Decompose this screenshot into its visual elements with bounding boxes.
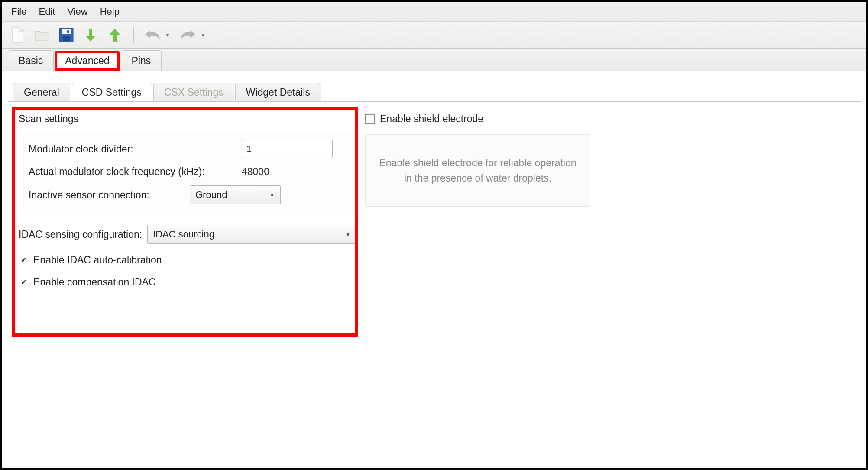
toolbar-new-button[interactable] — [9, 26, 27, 44]
tab-advanced[interactable]: Advanced — [55, 51, 120, 71]
idac-autocal-checkbox[interactable]: ✔ — [19, 256, 28, 265]
scan-settings-heading: Scan settings — [19, 113, 356, 125]
redo-icon — [180, 29, 196, 42]
shield-description-box: Enable shield electrode for reliable ope… — [365, 134, 590, 207]
toolbar-import-button[interactable] — [81, 26, 100, 44]
toolbar-undo-button[interactable] — [143, 26, 162, 44]
idac-config-value: IDAC sourcing — [153, 229, 214, 240]
shield-enable-checkbox[interactable] — [365, 114, 375, 124]
toolbar-export-button[interactable] — [106, 26, 124, 44]
shield-enable-label: Enable shield electrode — [380, 113, 483, 125]
inactive-sensor-combo[interactable]: Ground ▼ — [190, 185, 281, 204]
svg-rect-4 — [89, 29, 92, 36]
menu-edit[interactable]: Edit — [39, 6, 55, 17]
actual-freq-value: 48000 — [242, 166, 269, 178]
undo-icon — [144, 29, 161, 42]
idac-autocal-label: Enable IDAC auto-calibration — [33, 254, 162, 266]
new-file-icon — [11, 27, 24, 43]
subtab-general[interactable]: General — [13, 83, 70, 102]
open-folder-icon — [34, 29, 50, 42]
sub-tabstrip: General CSD Settings CSX Settings Widget… — [8, 80, 863, 101]
svg-rect-3 — [67, 30, 69, 33]
redo-dropdown-caret[interactable]: ▼ — [201, 32, 206, 38]
csd-settings-panel: Scan settings Modulator clock divider: A… — [8, 101, 861, 344]
idac-config-combo[interactable]: IDAC sourcing ▼ — [147, 225, 356, 244]
menu-view[interactable]: View — [67, 6, 87, 17]
top-tabstrip: Basic Advanced Pins — [2, 49, 866, 71]
scan-settings-group: Modulator clock divider: Actual modulato… — [19, 131, 356, 214]
idac-config-label: IDAC sensing configuration: — [19, 229, 142, 240]
idac-comp-checkbox[interactable]: ✔ — [19, 278, 28, 287]
svg-rect-1 — [62, 29, 71, 34]
actual-freq-label: Actual modulator clock frequency (kHz): — [29, 166, 236, 178]
arrow-up-icon — [109, 28, 121, 42]
svg-rect-5 — [113, 35, 117, 42]
chevron-down-icon: ▼ — [345, 231, 351, 238]
toolbar: ▼ ▼ — [2, 22, 866, 49]
arrow-down-icon — [84, 28, 97, 42]
chevron-down-icon: ▼ — [269, 191, 275, 198]
subtab-csd-settings[interactable]: CSD Settings — [71, 83, 152, 102]
left-column: Scan settings Modulator clock divider: A… — [19, 113, 356, 298]
toolbar-separator — [133, 27, 134, 43]
modulator-divider-input[interactable] — [242, 140, 333, 158]
subtab-csx-settings: CSX Settings — [153, 83, 234, 102]
inactive-sensor-label: Inactive sensor connection: — [29, 189, 185, 201]
idac-comp-label: Enable compensation IDAC — [33, 276, 156, 288]
subtab-widget-details[interactable]: Widget Details — [235, 83, 321, 102]
app-window: File Edit View Help ▼ ▼ Basic — [0, 0, 868, 470]
svg-rect-2 — [63, 36, 70, 41]
save-icon — [59, 28, 74, 42]
toolbar-save-button[interactable] — [57, 26, 75, 44]
menubar: File Edit View Help — [2, 2, 866, 22]
content-area: General CSD Settings CSX Settings Widget… — [2, 71, 866, 468]
tab-pins[interactable]: Pins — [121, 50, 162, 71]
tab-basic[interactable]: Basic — [8, 50, 54, 71]
menu-file[interactable]: File — [11, 6, 26, 17]
right-column: Enable shield electrode Enable shield el… — [365, 113, 590, 207]
toolbar-redo-button[interactable] — [179, 26, 197, 44]
undo-dropdown-caret[interactable]: ▼ — [165, 32, 170, 38]
inactive-sensor-value: Ground — [195, 189, 227, 201]
menu-help[interactable]: Help — [100, 6, 120, 17]
toolbar-open-button[interactable] — [33, 26, 51, 44]
modulator-divider-label: Modulator clock divider: — [29, 143, 236, 155]
